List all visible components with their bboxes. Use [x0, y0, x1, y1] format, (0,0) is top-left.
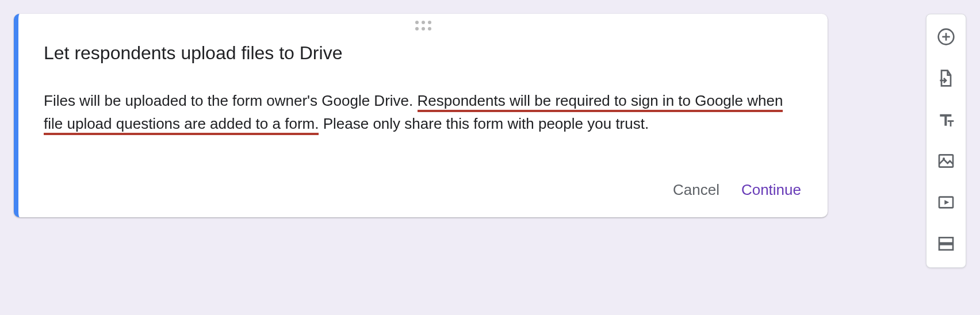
drag-handle-icon[interactable] [415, 21, 431, 30]
svg-rect-9 [939, 244, 953, 249]
add-image-button[interactable] [935, 150, 958, 173]
video-icon [937, 193, 955, 213]
add-question-button[interactable] [935, 26, 958, 49]
svg-marker-7 [944, 200, 949, 205]
import-questions-button[interactable] [935, 67, 958, 90]
add-video-button[interactable] [935, 191, 958, 214]
button-row: Cancel Continue [672, 179, 802, 201]
text-icon [937, 110, 955, 130]
section-icon [937, 235, 955, 255]
add-title-button[interactable] [935, 109, 958, 132]
cancel-button[interactable]: Cancel [672, 179, 721, 201]
card-body-plain: Files will be uploaded to the form owner… [44, 92, 418, 109]
svg-rect-8 [939, 237, 953, 243]
plus-circle-icon [937, 28, 955, 48]
question-toolbar [926, 14, 966, 268]
svg-point-5 [943, 158, 945, 160]
add-section-button[interactable] [935, 233, 958, 256]
image-icon [937, 152, 955, 172]
card-body: Files will be uploaded to the form owner… [44, 89, 802, 135]
import-file-icon [937, 69, 955, 89]
card-title: Let respondents upload files to Drive [44, 43, 802, 64]
card-body-tail: Please only share this form with people … [319, 115, 649, 132]
continue-button[interactable]: Continue [740, 179, 802, 201]
file-upload-permission-card: Let respondents upload files to Drive Fi… [14, 14, 828, 217]
